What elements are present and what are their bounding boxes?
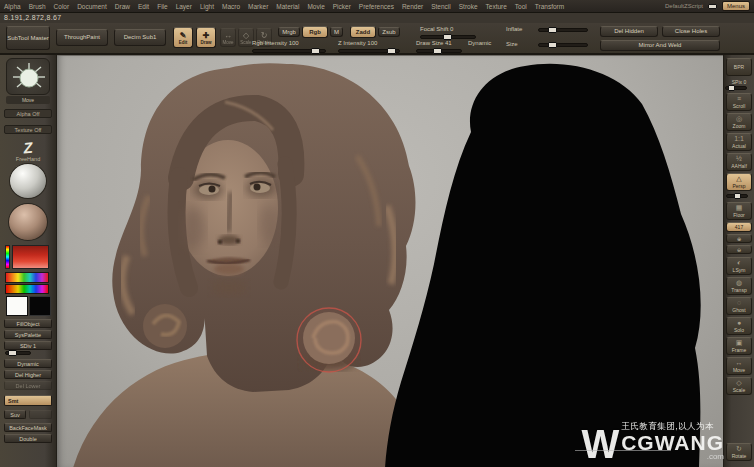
mirror-and-weld-button[interactable]: Mirror And Weld	[600, 40, 720, 51]
swatch-white[interactable]	[6, 296, 28, 316]
current-brush-button[interactable]	[6, 58, 50, 95]
document-canvas[interactable]	[57, 55, 723, 467]
top-shelf: SubTool Master ThroughPaint Decim Sub1 ✎…	[0, 23, 754, 55]
zscript-label: DefaultZScript	[665, 3, 703, 9]
sdiv-slider[interactable]	[5, 351, 31, 355]
del-hidden-button[interactable]: Del Hidden	[600, 26, 658, 37]
dynamic-subdiv-button[interactable]: Dynamic	[4, 359, 52, 368]
move-3d-icon: ↔	[736, 359, 743, 367]
zoom-icon: ◎	[736, 115, 742, 123]
zbrush-window: { "menu": { "items": ["Alpha","Brush","C…	[0, 0, 754, 467]
close-holes-button[interactable]: Close Holes	[662, 26, 720, 37]
frame-button[interactable]: ▣Frame	[726, 337, 752, 355]
color-palette-row1[interactable]	[5, 272, 49, 283]
zoom-in-button[interactable]: ⊕	[726, 234, 752, 243]
menu-brush[interactable]: Brush	[29, 3, 46, 10]
suv-toggle-button[interactable]: Suv	[4, 410, 26, 419]
rotate-3d-button[interactable]: ↻Rotate	[726, 443, 752, 461]
floor-elevation-chip[interactable]: 417	[726, 222, 752, 232]
menu-draw[interactable]: Draw	[115, 3, 130, 10]
menu-marker[interactable]: Marker	[248, 3, 268, 10]
menus-toggle-button[interactable]: Menus	[722, 1, 750, 11]
menu-texture[interactable]: Texture	[486, 3, 507, 10]
floor-button[interactable]: ▦Floor	[726, 202, 752, 220]
lsym-icon: ◐	[737, 259, 741, 267]
rgb-button[interactable]: Rgb	[302, 26, 328, 38]
solo-button[interactable]: ●Solo	[726, 317, 752, 335]
smt-toggle-button[interactable]: Smt	[4, 395, 52, 406]
zoom-button[interactable]: ◎Zoom	[726, 113, 752, 131]
material-white-sphere[interactable]	[9, 163, 47, 199]
dynamic-label[interactable]: Dynamic	[468, 40, 491, 46]
scale-3d-button[interactable]: ◇Scale	[726, 377, 752, 395]
local-symmetry-button[interactable]: ◐LSym	[726, 257, 752, 275]
menu-document[interactable]: Document	[77, 3, 107, 10]
bpr-render-button[interactable]: BPR	[726, 58, 752, 76]
menu-material[interactable]: Material	[276, 3, 299, 10]
edit-icon: ✎	[180, 31, 187, 40]
menu-transform[interactable]: Transform	[535, 3, 564, 10]
actual-button[interactable]: 1:1Actual	[726, 133, 752, 151]
material-matcap-sphere[interactable]	[8, 203, 48, 241]
focal-shift-slider[interactable]	[420, 35, 476, 39]
double-sided-button[interactable]: Double	[4, 434, 52, 443]
menu-stencil[interactable]: Stencil	[431, 3, 451, 10]
move-mode-button[interactable]: ↔ Move	[220, 28, 236, 47]
menu-alpha[interactable]: Alpha	[4, 3, 21, 10]
zsub-button[interactable]: Zsub	[378, 27, 400, 37]
m-button[interactable]: M	[330, 27, 343, 37]
spix-slider[interactable]	[725, 86, 747, 90]
z-intensity-slider[interactable]	[338, 49, 400, 53]
draw-size-slider[interactable]	[416, 49, 462, 53]
zadd-button[interactable]: Zadd	[350, 26, 376, 38]
menu-color[interactable]: Color	[54, 3, 70, 10]
menu-file[interactable]: File	[157, 3, 167, 10]
brush-thumbnail-icon	[7, 59, 51, 96]
edit-mode-button[interactable]: ✎ Edit	[173, 27, 193, 48]
decimation-button[interactable]: Decim Sub1	[114, 29, 166, 46]
zoom-out-button[interactable]: ⊖	[726, 245, 752, 254]
size-label: Size	[506, 41, 518, 47]
aahalf-button[interactable]: ½AAHalf	[726, 153, 752, 171]
alpha-selector[interactable]: Alpha Off	[4, 109, 52, 118]
menu-preferences[interactable]: Preferences	[359, 3, 394, 10]
zscript-slider[interactable]	[708, 4, 717, 9]
del-lower-button[interactable]: Del Lower	[4, 381, 52, 390]
inflate-slider[interactable]	[538, 28, 588, 32]
size-slider[interactable]	[538, 43, 588, 47]
menu-tool[interactable]: Tool	[515, 3, 527, 10]
syspalette-button[interactable]: SysPalette	[4, 330, 52, 339]
backfacemask-button[interactable]: BackFaceMask	[4, 423, 52, 432]
texture-selector[interactable]: Texture Off	[4, 125, 52, 134]
hue-strip[interactable]	[5, 245, 10, 269]
move-3d-button[interactable]: ↔Move	[726, 357, 752, 375]
menu-macro[interactable]: Macro	[222, 3, 240, 10]
inflate-label: Inflate	[506, 26, 522, 32]
sdiv-slider-label[interactable]: SDiv 1	[4, 341, 52, 350]
suv-secondary-chip[interactable]	[29, 410, 52, 419]
menu-edit[interactable]: Edit	[138, 3, 149, 10]
throughpaint-button[interactable]: ThroughPaint	[56, 29, 108, 46]
menu-layer[interactable]: Layer	[176, 3, 192, 10]
stroke-freehand-icon[interactable]: Z	[13, 138, 43, 157]
transparency-button[interactable]: ◍Transp	[726, 277, 752, 295]
menu-picker[interactable]: Picker	[333, 3, 351, 10]
mrgb-button[interactable]: Mrgb	[278, 27, 300, 37]
subtool-master-button[interactable]: SubTool Master	[6, 26, 50, 50]
color-picker-gradient[interactable]	[12, 245, 49, 269]
persp-button[interactable]: △Persp	[726, 173, 752, 191]
move-icon: ↔	[224, 31, 232, 40]
color-palette-row2[interactable]	[5, 284, 49, 294]
menu-render[interactable]: Render	[402, 3, 423, 10]
draw-mode-button[interactable]: ✚ Draw	[196, 27, 216, 48]
scroll-button[interactable]: ≡Scroll	[726, 93, 752, 111]
rgb-intensity-slider[interactable]	[252, 49, 326, 53]
fillobject-button[interactable]: FillObject	[4, 319, 52, 328]
del-higher-button[interactable]: Del Higher	[4, 370, 52, 379]
focal-angle-slider[interactable]	[726, 194, 748, 198]
menu-stroke[interactable]: Stroke	[459, 3, 478, 10]
menu-light[interactable]: Light	[200, 3, 214, 10]
menu-movie[interactable]: Movie	[307, 3, 324, 10]
ghost-button[interactable]: ◌Ghost	[726, 297, 752, 315]
swatch-black[interactable]	[29, 296, 51, 316]
